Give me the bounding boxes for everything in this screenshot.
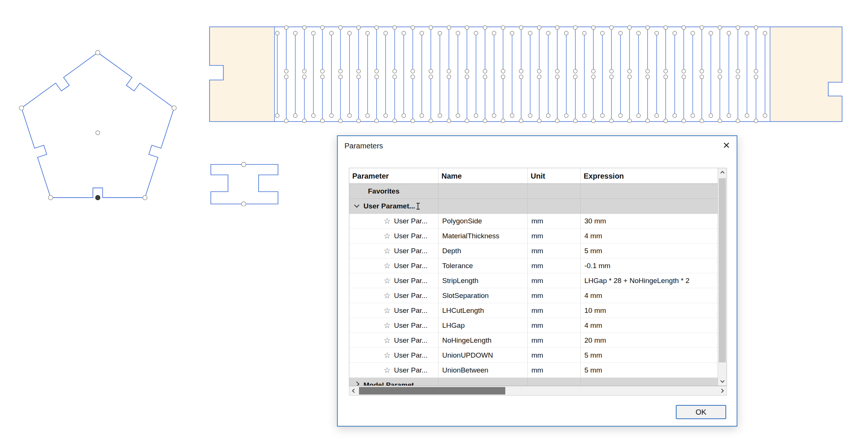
horizontal-scrollbar[interactable] — [349, 386, 727, 396]
row-expression-cell[interactable]: 10 mm — [581, 303, 718, 318]
row-unit-cell[interactable]: mm — [528, 318, 581, 333]
row-unit-cell[interactable]: mm — [528, 243, 581, 258]
scroll-up-arrow[interactable] — [718, 168, 727, 178]
favorite-star-icon[interactable]: ☆ — [384, 217, 391, 225]
favorite-star-icon[interactable]: ☆ — [384, 232, 391, 240]
column-header-unit: Unit — [528, 168, 581, 184]
row-name-cell[interactable]: LHCutLength — [438, 303, 528, 318]
chevron-right-icon[interactable] — [354, 381, 359, 386]
chevron-up-icon — [720, 171, 724, 175]
row-name-cell[interactable]: MaterialThickness — [438, 229, 528, 243]
column-header-parameter: Parameter — [349, 168, 438, 184]
row-expression-cell[interactable]: -0.1 mm — [581, 258, 718, 273]
favorite-star-icon[interactable]: ☆ — [384, 307, 391, 314]
group-label-favorites: Favorites — [368, 184, 399, 199]
row-unit-cell[interactable]: mm — [528, 348, 581, 363]
scroll-down-arrow[interactable] — [718, 376, 727, 386]
row-expression-cell[interactable]: 4 mm — [581, 229, 718, 243]
parameter-row[interactable]: ☆User Par...PolygonSidemm30 mm — [349, 214, 718, 229]
group-row-user-parameters[interactable]: User Paramet... — [349, 199, 718, 214]
row-parameter-label: User Par... — [394, 273, 428, 288]
favorite-star-icon[interactable]: ☆ — [384, 277, 391, 285]
row-expression-cell[interactable]: 4 mm — [581, 318, 718, 333]
row-parameter-cell: ☆User Par... — [349, 333, 438, 348]
row-name-cell[interactable]: LHGap — [438, 318, 528, 333]
parameter-row[interactable]: ☆User Par...NoHingeLengthmm20 mm — [349, 333, 718, 348]
row-unit-cell[interactable]: mm — [528, 258, 581, 273]
living-hinge-strip-sketch[interactable] — [209, 23, 843, 124]
vertical-scrollbar-thumb[interactable] — [719, 178, 726, 362]
row-parameter-label: User Par... — [394, 348, 428, 363]
vertical-scrollbar[interactable] — [718, 168, 727, 386]
table-header-row: Parameter Name Unit Expression — [349, 168, 718, 184]
row-unit-cell[interactable]: mm — [528, 273, 581, 288]
row-expression-cell[interactable]: 30 mm — [581, 214, 718, 229]
connector-piece-sketch[interactable] — [210, 161, 279, 206]
row-expression-cell[interactable]: 5 mm — [581, 243, 718, 258]
horizontal-scrollbar-thumb[interactable] — [359, 387, 505, 395]
favorite-star-icon[interactable]: ☆ — [384, 351, 391, 359]
row-expression-cell[interactable]: 5 mm — [581, 348, 718, 363]
parameters-dialog: Parameters × Parameter Name Unit Express… — [337, 135, 737, 427]
row-name-cell[interactable]: NoHingeLength — [438, 333, 528, 348]
favorite-star-icon[interactable]: ☆ — [384, 247, 391, 255]
favorite-star-icon[interactable]: ☆ — [384, 292, 391, 299]
row-parameter-label: User Par... — [394, 243, 428, 258]
row-unit-cell[interactable]: mm — [528, 333, 581, 348]
row-expression-cell[interactable]: LHGap * 28 + NoHingeLength * 2 — [581, 273, 718, 288]
close-icon[interactable]: × — [723, 138, 730, 152]
group-row-favorites[interactable]: Favorites — [349, 184, 718, 199]
pentagon-sketch[interactable] — [13, 48, 183, 204]
row-name-cell[interactable]: StripLength — [438, 273, 528, 288]
row-name-cell[interactable]: PolygonSide — [438, 214, 528, 229]
column-header-name: Name — [438, 168, 528, 184]
row-parameter-cell: ☆User Par... — [349, 243, 438, 258]
chevron-down-icon[interactable] — [354, 202, 359, 207]
row-parameter-label: User Par... — [394, 229, 428, 243]
row-unit-cell[interactable]: mm — [528, 229, 581, 243]
row-parameter-label: User Par... — [394, 288, 428, 303]
parameters-table: Parameter Name Unit Expression Favorites… — [349, 168, 727, 386]
parameter-row[interactable]: ☆User Par...Depthmm5 mm — [349, 243, 718, 258]
row-expression-cell[interactable]: 5 mm — [581, 363, 718, 378]
group-row-model-parameters[interactable]: Model Paramet... — [349, 378, 718, 386]
row-unit-cell[interactable]: mm — [528, 214, 581, 229]
chevron-right-icon — [719, 389, 724, 393]
row-parameter-label: User Par... — [394, 363, 428, 378]
row-unit-cell[interactable]: mm — [528, 363, 581, 378]
favorite-star-icon[interactable]: ☆ — [384, 366, 391, 374]
row-parameter-cell: ☆User Par... — [349, 214, 438, 229]
chevron-left-icon — [352, 389, 356, 393]
parameter-row[interactable]: ☆User Par...MaterialThicknessmm4 mm — [349, 229, 718, 243]
row-expression-cell[interactable]: 20 mm — [581, 333, 718, 348]
favorite-star-icon[interactable]: ☆ — [384, 321, 391, 329]
row-name-cell[interactable]: SlotSeparation — [438, 288, 528, 303]
parameter-row[interactable]: ☆User Par...StripLengthmmLHGap * 28 + No… — [349, 273, 718, 288]
row-unit-cell[interactable]: mm — [528, 303, 581, 318]
row-parameter-cell: ☆User Par... — [349, 229, 438, 243]
row-parameter-cell: ☆User Par... — [349, 288, 438, 303]
parameter-row[interactable]: ☆User Par...UnionUPDOWNmm5 mm — [349, 348, 718, 363]
scroll-right-arrow[interactable] — [717, 386, 727, 395]
row-parameter-label: User Par... — [394, 258, 428, 273]
parameter-row[interactable]: ☆User Par...UnionBetweenmm5 mm — [349, 363, 718, 378]
favorite-star-icon[interactable]: ☆ — [384, 336, 391, 344]
parameter-row[interactable]: ☆User Par...Tolerancemm-0.1 mm — [349, 258, 718, 273]
ok-button[interactable]: OK — [676, 405, 726, 419]
group-label-user-parameters: User Paramet... — [363, 199, 415, 214]
parameter-row[interactable]: ☆User Par...SlotSeparationmm4 mm — [349, 288, 718, 303]
row-name-cell[interactable]: UnionBetween — [438, 363, 528, 378]
chevron-down-icon — [720, 378, 724, 383]
scroll-left-arrow[interactable] — [349, 386, 359, 395]
row-expression-cell[interactable]: 4 mm — [581, 288, 718, 303]
parameter-row[interactable]: ☆User Par...LHGapmm4 mm — [349, 318, 718, 333]
row-name-cell[interactable]: Tolerance — [438, 258, 528, 273]
column-header-expression: Expression — [581, 168, 718, 184]
row-name-cell[interactable]: UnionUPDOWN — [438, 348, 528, 363]
row-unit-cell[interactable]: mm — [528, 288, 581, 303]
dialog-titlebar[interactable]: Parameters × — [338, 136, 737, 156]
parameter-row[interactable]: ☆User Par...LHCutLengthmm10 mm — [349, 303, 718, 318]
row-parameter-label: User Par... — [394, 318, 428, 333]
favorite-star-icon[interactable]: ☆ — [384, 262, 391, 270]
row-name-cell[interactable]: Depth — [438, 243, 528, 258]
